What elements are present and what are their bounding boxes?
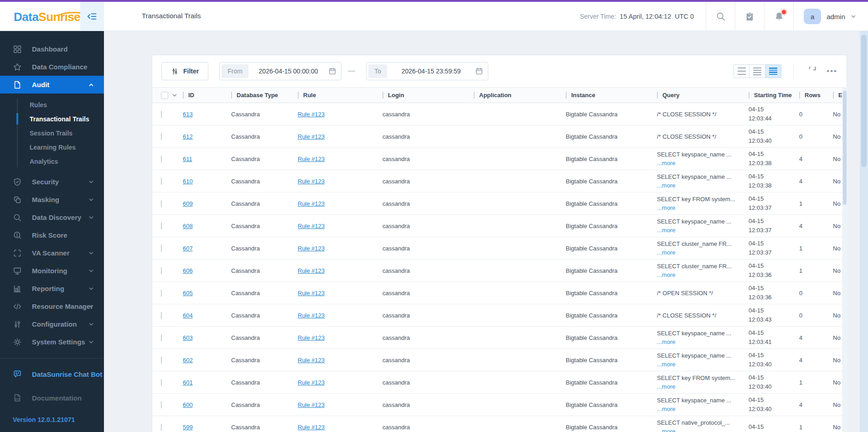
user-menu[interactable]: a admin [794, 9, 868, 24]
rule-link[interactable]: Rule #123 [298, 424, 325, 431]
column-header-error[interactable]: Error [833, 92, 842, 99]
rule-link[interactable]: Rule #123 [298, 223, 325, 229]
refresh-button[interactable] [805, 64, 820, 78]
rule-link[interactable]: Rule #123 [298, 401, 325, 408]
rule-link[interactable]: Rule #123 [298, 133, 325, 140]
query-more-link[interactable]: ...more [657, 227, 675, 234]
table-row[interactable]: 613CassandraRule #123cassandraBigtable C… [152, 103, 842, 125]
rule-link[interactable]: Rule #123 [298, 357, 325, 364]
row-checkbox[interactable] [161, 312, 162, 319]
date-to-field[interactable]: To 2026-04-15 23:59:59 [366, 62, 488, 80]
sidebar-item-monitoring[interactable]: Monitoring [0, 262, 104, 280]
table-row[interactable]: 603CassandraRule #123cassandraBigtable C… [152, 327, 842, 349]
rule-link[interactable]: Rule #123 [298, 200, 325, 207]
sidebar-item-data-compliance[interactable]: Data Compliance [0, 58, 104, 76]
query-more-link[interactable]: ...more [657, 428, 675, 432]
row-checkbox[interactable] [161, 290, 162, 297]
table-row[interactable]: 612CassandraRule #123cassandraBigtable C… [152, 125, 842, 148]
table-row[interactable]: 608CassandraRule #123cassandraBigtable C… [152, 215, 842, 237]
sidebar-item-data-discovery[interactable]: Data Discovery [0, 208, 104, 226]
calendar-icon[interactable] [328, 67, 336, 75]
column-header-rows[interactable]: Rows [799, 92, 833, 99]
datasunrise-logo[interactable]: DataSunrise [14, 10, 80, 24]
density-compact-button[interactable] [765, 64, 781, 78]
event-id-link[interactable]: 604 [183, 312, 193, 319]
sidebar-item-va-scanner[interactable]: VA Scanner [0, 244, 104, 262]
row-checkbox[interactable] [161, 424, 162, 431]
sidebar-item-transactional-trails[interactable]: Transactional Trails [0, 112, 104, 126]
event-id-link[interactable]: 603 [183, 334, 193, 341]
sidebar-item-resource-manager[interactable]: Resource Manager [0, 297, 104, 315]
selection-dropdown-icon[interactable] [172, 93, 177, 98]
more-options-button[interactable]: ••• [827, 67, 837, 76]
event-id-link[interactable]: 608 [183, 223, 193, 229]
event-id-link[interactable]: 607 [183, 245, 193, 252]
sidebar-item-audit[interactable]: Audit [0, 76, 104, 94]
select-all-checkbox[interactable] [161, 92, 168, 99]
row-checkbox[interactable] [161, 156, 162, 162]
column-header-application[interactable]: Application [474, 92, 566, 99]
sidebar-item-dashboard[interactable]: Dashboard [0, 40, 104, 58]
row-checkbox[interactable] [161, 379, 162, 386]
column-header-query[interactable]: Query [657, 92, 749, 99]
table-row[interactable]: 609CassandraRule #123cassandraBigtable C… [152, 193, 842, 215]
tasks-button[interactable] [735, 2, 764, 31]
page-scrollbar-thumb[interactable] [861, 35, 867, 167]
sidebar-item-masking[interactable]: Masking [0, 191, 104, 208]
column-header-instance[interactable]: Instance [566, 92, 657, 99]
row-checkbox[interactable] [161, 223, 162, 229]
table-row[interactable]: 604CassandraRule #123cassandraBigtable C… [152, 304, 842, 327]
table-row[interactable]: 610CassandraRule #123cassandraBigtable C… [152, 170, 842, 193]
event-id-link[interactable]: 611 [183, 156, 192, 162]
rule-link[interactable]: Rule #123 [298, 334, 325, 341]
sidebar-item-system-settings[interactable]: System Settings [0, 333, 104, 351]
column-header-starting-time[interactable]: Starting Time [749, 92, 799, 99]
query-more-link[interactable]: ...more [657, 160, 675, 167]
filter-button[interactable]: Filter [161, 62, 208, 80]
table-scrollbar[interactable] [842, 87, 847, 432]
date-from-field[interactable]: From 2026-04-15 00:00:00 [219, 62, 341, 80]
table-row[interactable]: 601CassandraRule #123cassandraBigtable C… [152, 371, 842, 394]
rule-link[interactable]: Rule #123 [298, 267, 325, 274]
table-row[interactable]: 606CassandraRule #123cassandraBigtable C… [152, 260, 842, 282]
search-button[interactable] [706, 2, 735, 31]
row-checkbox[interactable] [161, 111, 162, 118]
event-id-link[interactable]: 599 [183, 424, 193, 431]
row-checkbox[interactable] [161, 267, 162, 274]
row-checkbox[interactable] [161, 178, 162, 185]
event-id-link[interactable]: 602 [183, 357, 193, 364]
query-more-link[interactable]: ...more [657, 271, 675, 278]
column-header-id[interactable]: ID [183, 92, 231, 99]
calendar-icon[interactable] [475, 67, 483, 75]
table-row[interactable]: 600CassandraRule #123cassandraBigtable C… [152, 394, 842, 416]
query-more-link[interactable]: ...more [657, 361, 675, 368]
column-header-database-type[interactable]: Database Type [231, 92, 298, 99]
query-more-link[interactable]: ...more [657, 338, 675, 345]
event-id-link[interactable]: 613 [183, 111, 193, 118]
rule-link[interactable]: Rule #123 [298, 111, 325, 118]
page-scrollbar[interactable] [860, 31, 868, 432]
row-checkbox[interactable] [161, 200, 162, 207]
rule-link[interactable]: Rule #123 [298, 178, 325, 185]
row-checkbox[interactable] [161, 133, 162, 140]
sidebar-item-chat-bot[interactable]: DataSunrise Chat Bot [0, 365, 104, 383]
sidebar-item-documentation[interactable]: DOC Documentation [0, 389, 104, 407]
sidebar-item-security[interactable]: Security [0, 173, 104, 191]
table-row[interactable]: 605CassandraRule #123cassandraBigtable C… [152, 282, 842, 304]
table-row[interactable]: 602CassandraRule #123cassandraBigtable C… [152, 349, 842, 371]
sidebar-item-rules[interactable]: Rules [0, 98, 104, 112]
query-more-link[interactable]: ...more [657, 249, 675, 256]
sidebar-item-analytics[interactable]: Analytics [0, 154, 104, 168]
rule-link[interactable]: Rule #123 [298, 379, 325, 386]
query-more-link[interactable]: ...more [657, 406, 675, 412]
density-medium-button[interactable] [749, 64, 765, 78]
rule-link[interactable]: Rule #123 [298, 245, 325, 252]
query-more-link[interactable]: ...more [657, 182, 675, 189]
column-header-login[interactable]: Login [382, 92, 474, 99]
sidebar-item-reporting[interactable]: Reporting [0, 280, 104, 297]
sidebar-item-session-trails[interactable]: Session Trails [0, 126, 104, 140]
table-row[interactable]: 611CassandraRule #123cassandraBigtable C… [152, 148, 842, 170]
row-checkbox[interactable] [161, 401, 162, 408]
table-row[interactable]: 607CassandraRule #123cassandraBigtable C… [152, 237, 842, 260]
column-header-rule[interactable]: Rule [298, 92, 382, 99]
